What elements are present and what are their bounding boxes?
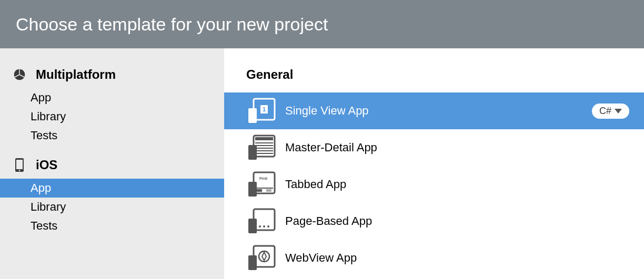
ios-phone-icon [13,158,26,172]
main-panel: General 1 Single View App C# [224,48,644,279]
sidebar-item-label: App [31,91,51,104]
template-master-detail-app[interactable]: Master-Detail App [224,129,644,166]
header: Choose a template for your new project [0,0,644,48]
category-items: App Library Tests [0,88,224,145]
sidebar-item-label: Library [31,110,66,123]
template-tabbed-app[interactable]: First Tabbed App [224,166,644,203]
svg-rect-18 [248,145,257,160]
template-label: Master-Detail App [285,141,629,154]
svg-rect-12 [255,137,273,140]
page-title: Choose a template for your new project [16,14,328,35]
single-view-icon: 1 [246,98,276,124]
sidebar-item-multiplatform-library[interactable]: Library [0,107,224,126]
template-webview-app[interactable]: WebView App [224,240,644,276]
template-label: Single View App [285,104,592,118]
template-label: WebView App [285,251,629,265]
template-page-based-app[interactable]: Page-Based App [224,203,644,240]
sidebar: Multiplatform App Library Tests [0,48,224,279]
svg-rect-29 [248,219,257,233]
page-based-icon [246,208,276,234]
language-label: C# [599,106,611,117]
multiplatform-icon [13,68,26,81]
svg-rect-22 [257,189,262,192]
svg-point-27 [263,225,265,228]
category-title: iOS [36,158,57,172]
sidebar-item-multiplatform-tests[interactable]: Tests [0,126,224,145]
svg-text:First: First [259,177,268,180]
sidebar-item-label: App [31,181,51,194]
sidebar-item-ios-tests[interactable]: Tests [0,216,224,235]
svg-rect-24 [248,182,257,197]
category-items: App Library Tests [0,179,224,235]
sidebar-item-ios-library[interactable]: Library [0,198,224,216]
master-detail-icon [246,135,276,161]
sidebar-item-ios-app[interactable]: App [0,179,224,198]
category-title: Multiplatform [36,67,116,82]
webview-icon [246,245,276,271]
sidebar-item-label: Tests [31,219,57,232]
content: Multiplatform App Library Tests [0,48,644,279]
template-label: Tabbed App [285,178,629,191]
svg-point-26 [259,225,261,228]
language-dropdown[interactable]: C# [592,104,629,119]
svg-rect-5 [16,160,23,169]
sidebar-item-multiplatform-app[interactable]: App [0,88,224,107]
sidebar-item-label: Tests [31,129,57,142]
svg-rect-32 [248,255,257,270]
svg-point-6 [19,170,21,171]
svg-rect-23 [266,189,271,192]
category-header: Multiplatform [0,67,224,88]
sidebar-item-label: Library [31,200,66,213]
tabbed-icon: First [246,171,276,198]
chevron-down-icon [615,109,622,113]
svg-point-28 [267,225,269,228]
sidebar-category-ios: iOS App Library Tests [0,158,224,235]
category-header: iOS [0,158,224,179]
template-label: Page-Based App [285,214,629,228]
svg-rect-10 [248,108,257,123]
sidebar-category-multiplatform: Multiplatform App Library Tests [0,67,224,145]
svg-text:1: 1 [263,106,266,112]
template-single-view-app[interactable]: 1 Single View App C# [224,92,644,129]
section-title: General [224,67,644,82]
